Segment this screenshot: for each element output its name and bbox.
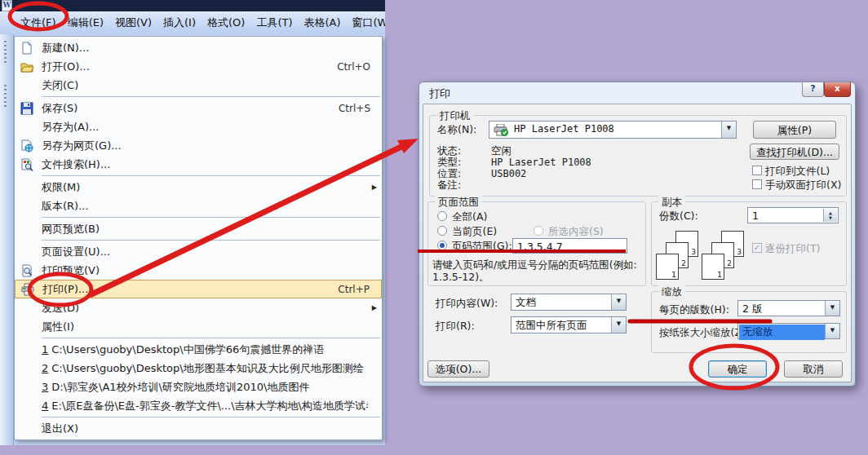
- page-range-input[interactable]: 1,3,5,4,7: [512, 238, 627, 254]
- word-titlebar: W: [0, 0, 385, 11]
- chevron-down-icon[interactable]: ▼: [721, 121, 736, 138]
- menu-item-versions[interactable]: 版本(R)...: [15, 197, 382, 215]
- find-printer-button[interactable]: 查找打印机(D)...: [750, 144, 839, 160]
- menu-item-label: 页面设置(U)...: [42, 245, 110, 259]
- page-range-hint: 请键入页码和/或用逗号分隔的页码范围(例如: 1.3.5-12)。: [432, 258, 641, 283]
- menu-item-new[interactable]: 新建(N)...: [15, 38, 382, 57]
- range-pages-label: 页码范围(G):: [452, 240, 512, 254]
- menu-item-close[interactable]: 关闭(C): [15, 76, 382, 95]
- ok-button[interactable]: 确定: [708, 360, 767, 378]
- location-value: USB002: [491, 168, 526, 179]
- scale-to-paper-label: 按纸张大小缩放(Z):: [659, 326, 749, 340]
- menu-item-label: 权限(M): [42, 180, 80, 195]
- menu-item-send-to[interactable]: 发送(D) ▶: [15, 298, 382, 317]
- range-pages-radio[interactable]: [437, 241, 447, 250]
- menu-format[interactable]: 格式(O): [202, 14, 250, 32]
- print-what-value: 文档: [512, 294, 626, 310]
- menu-separator: [42, 96, 380, 97]
- scale-to-paper-combobox[interactable]: 无缩放 ▼: [737, 323, 840, 339]
- file-search-icon: [18, 157, 36, 171]
- pages-per-sheet-label: 每页的版数(H):: [659, 303, 729, 317]
- range-current-radio[interactable]: [437, 226, 447, 236]
- print-to-file-checkbox[interactable]: [752, 166, 762, 175]
- copies-spinner[interactable]: ▲▼: [823, 209, 837, 222]
- cancel-button[interactable]: 取消: [784, 360, 843, 378]
- copies-group-label: 副本: [658, 196, 685, 210]
- menu-item-properties[interactable]: 属性(I): [15, 317, 382, 336]
- menu-item-label: 文件搜索(H)...: [42, 157, 110, 172]
- menu-separator: [42, 217, 380, 218]
- chevron-down-icon[interactable]: ▼: [611, 294, 626, 310]
- menu-item-recent-file-2[interactable]: 2C:\Users\guoby\Desktop\地形图基本知识及大比例尺地形图测…: [15, 359, 382, 378]
- help-button[interactable]: ?: [802, 82, 824, 97]
- chevron-down-icon[interactable]: ▼: [611, 317, 626, 333]
- menu-item-open[interactable]: 打开(O)... Ctrl+O: [15, 57, 382, 76]
- screenshot-canvas: W 文件(F) 编辑(E) 视图(V) 插入(I) 格式(O) 工具(T) 表格…: [0, 0, 868, 455]
- chevron-down-icon[interactable]: ▼: [825, 301, 839, 316]
- collate-checkbox[interactable]: ✓: [752, 243, 762, 253]
- menu-tools[interactable]: 工具(T): [250, 14, 298, 32]
- print-preview-icon: [18, 263, 36, 277]
- recent-file-number: 1: [42, 343, 48, 356]
- menu-item-label: 网页预览(B): [42, 222, 100, 236]
- menu-window[interactable]: 窗口(W): [347, 14, 385, 32]
- menu-item-recent-file-1[interactable]: 1C:\Users\guoby\Desktop\中国佛学66句震撼世界的禅语: [15, 340, 382, 359]
- menu-item-label: 打开(O)...: [42, 60, 90, 74]
- menu-separator: [42, 240, 380, 241]
- chevron-down-icon[interactable]: ▼: [825, 324, 839, 338]
- print-pages-combobox[interactable]: 范围中所有页面 ▼: [511, 316, 627, 334]
- toolbar-grip[interactable]: [4, 41, 7, 65]
- menu-item-recent-file-4[interactable]: 4E:\原E盘备份\E盘-郭宝炎-教学文件\...\吉林大学构地\构造地质学试卷: [15, 396, 382, 415]
- menu-item-label: 发送(D): [42, 301, 79, 316]
- printer-name-label: 名称(N):: [437, 123, 476, 137]
- word-app-icon: W: [2, 0, 12, 11]
- collate-preview-icon: 3 2 1: [702, 231, 746, 280]
- menu-item-save-as[interactable]: 另存为(A)...: [15, 117, 382, 136]
- menu-item-permission[interactable]: 权限(M) ▶: [15, 178, 382, 197]
- menu-item-print[interactable]: 打印(P)... Ctrl+P: [15, 280, 382, 298]
- pages-per-sheet-combobox[interactable]: 2 版 ▼: [737, 300, 840, 316]
- menu-item-file-search[interactable]: 文件搜索(H)...: [15, 155, 382, 174]
- menu-edit[interactable]: 编辑(E): [62, 14, 109, 32]
- menu-insert[interactable]: 插入(I): [157, 14, 202, 32]
- menu-item-recent-file-3[interactable]: 3D:\郭宝炎\A1校外培训\研究院地质培训2010\地质图件: [15, 378, 382, 396]
- print-pages-label: 打印(R):: [436, 320, 475, 334]
- menu-view[interactable]: 视图(V): [109, 14, 157, 32]
- menu-item-save-as-webpage[interactable]: 另存为网页(G)...: [15, 136, 382, 155]
- save-as-webpage-icon: [18, 139, 36, 152]
- printer-name-combobox[interactable]: HP LaserJet P1008 ▼: [489, 121, 737, 139]
- properties-button[interactable]: 属性(P): [753, 121, 836, 139]
- manual-duplex-checkbox[interactable]: [752, 179, 762, 189]
- menu-item-save[interactable]: 保存(S) Ctrl+S: [15, 99, 382, 117]
- menu-file[interactable]: 文件(F): [15, 14, 62, 32]
- toolbar-grip[interactable]: [4, 85, 7, 109]
- close-icon[interactable]: x: [824, 82, 851, 97]
- menu-item-label: 版本(R)...: [42, 199, 89, 214]
- range-all-radio[interactable]: [437, 211, 447, 221]
- menu-item-exit[interactable]: 退出(X): [15, 419, 382, 438]
- options-button[interactable]: 选项(O)...: [427, 360, 489, 378]
- menu-item-page-setup[interactable]: 页面设置(U)...: [15, 242, 382, 261]
- print-what-combobox[interactable]: 文档 ▼: [511, 294, 627, 311]
- range-current-label: 当前页(E): [452, 225, 497, 239]
- menu-separator: [42, 417, 380, 417]
- menu-item-label: 另存为网页(G)...: [42, 139, 122, 153]
- range-all-label: 全部(A): [452, 210, 487, 224]
- menu-item-print-preview[interactable]: 打印预览(V): [15, 261, 382, 280]
- file-menu-panel: 新建(N)... 打开(O)... Ctrl+O 关闭(C) 保存(S) Ctr: [14, 36, 383, 440]
- red-arrow-head: [397, 139, 418, 153]
- word-menubar: 文件(F) 编辑(E) 视图(V) 插入(I) 格式(O) 工具(T) 表格(A…: [0, 11, 385, 34]
- range-selection-radio[interactable]: [534, 226, 543, 236]
- dialog-title: 打印: [429, 86, 450, 101]
- printer-check-icon: [494, 124, 508, 136]
- type-value: HP LaserJet P1008: [491, 157, 591, 168]
- menu-table[interactable]: 表格(A): [299, 14, 347, 32]
- copies-count-input[interactable]: 1 ▲▼: [747, 207, 839, 223]
- menu-item-shortcut: Ctrl+S: [339, 103, 370, 114]
- recent-file-number: 3: [42, 381, 48, 393]
- print-pages-value: 范围中所有页面: [512, 317, 626, 333]
- menu-item-label: 另存为(A)...: [42, 120, 99, 135]
- menu-item-shortcut: Ctrl+P: [338, 284, 370, 295]
- recent-file-path: D:\郭宝炎\A1校外培训\研究院地质培训2010\地质图件: [51, 381, 309, 393]
- menu-item-web-preview[interactable]: 网页预览(B): [15, 219, 382, 238]
